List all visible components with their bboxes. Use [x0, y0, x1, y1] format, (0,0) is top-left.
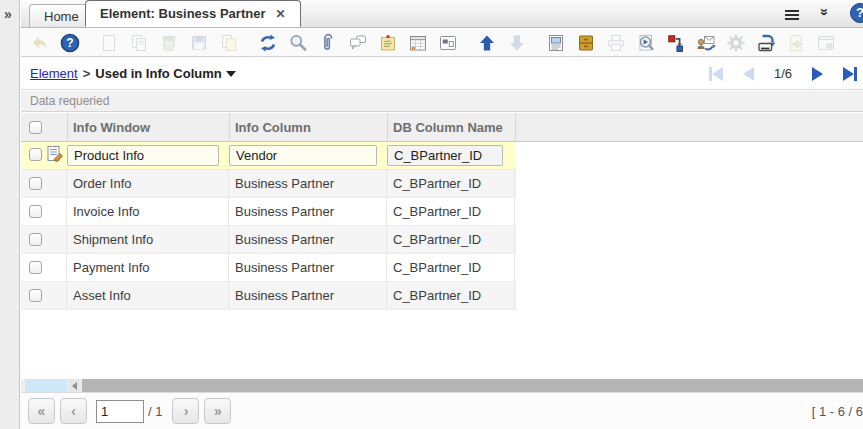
info-column-input[interactable]	[229, 145, 377, 166]
svg-text:?: ?	[66, 36, 73, 50]
workflow-icon[interactable]	[664, 31, 688, 55]
previous-record-icon	[743, 67, 754, 81]
cell-info-window: Invoice Info	[67, 198, 229, 225]
cell-info-column: Business Partner	[229, 198, 387, 225]
last-record-icon[interactable]	[843, 67, 857, 81]
cell-info-column: Business Partner	[229, 226, 387, 253]
breadcrumb: Element > Used in Info Column	[21, 66, 236, 81]
next-record-icon[interactable]	[812, 67, 823, 81]
column-header-info-column[interactable]: Info Column	[229, 120, 387, 135]
column-header-db-column-name[interactable]: DB Column Name	[387, 120, 515, 135]
scrollbar-thumb[interactable]	[82, 379, 863, 392]
status-bar: Data requeried	[21, 91, 863, 112]
breadcrumb-separator: >	[83, 66, 91, 81]
scroll-left-icon[interactable]	[68, 379, 81, 392]
next-page-button[interactable]: ›	[172, 398, 199, 424]
toolbar: ?	[21, 29, 863, 57]
undo-icon	[28, 31, 52, 55]
export-data-icon[interactable]	[754, 31, 778, 55]
page-number-input[interactable]	[96, 400, 144, 423]
cell-info-window: Shipment Info	[67, 226, 229, 253]
cell-info-column: Business Partner	[229, 170, 387, 197]
table-row-selected[interactable]	[21, 142, 516, 170]
tab-home-label: Home	[44, 9, 79, 24]
print-preview-icon[interactable]	[634, 31, 658, 55]
row-checkbox[interactable]	[29, 233, 42, 246]
previous-page-button[interactable]: ‹	[60, 398, 87, 424]
table-row[interactable]: Invoice Info Business Partner C_BPartner…	[21, 198, 516, 226]
expand-sidebar-icon[interactable]: »	[0, 0, 19, 22]
first-record-icon	[709, 67, 723, 81]
cell-db-column-name: C_BPartner_ID	[387, 254, 515, 281]
cell-info-column: Business Partner	[229, 282, 387, 309]
grid-form-toggle-icon[interactable]	[436, 31, 460, 55]
delete-record-icon	[157, 31, 181, 55]
save-icon	[187, 31, 211, 55]
file-import-icon	[784, 31, 808, 55]
cell-db-column-name: C_BPartner_ID	[387, 198, 515, 225]
row-checkbox[interactable]	[29, 289, 42, 302]
detail-record-icon	[505, 31, 529, 55]
chat-icon[interactable]	[346, 31, 370, 55]
select-all-checkbox[interactable]	[29, 121, 42, 134]
page-total-label: / 1	[148, 404, 162, 419]
row-checkbox[interactable]	[29, 205, 42, 218]
cell-info-column: Business Partner	[229, 254, 387, 281]
archive-icon[interactable]	[574, 31, 598, 55]
db-column-name-input[interactable]	[387, 145, 503, 166]
chevron-down-icon[interactable]: »	[817, 8, 833, 16]
close-tab-icon[interactable]: ✕	[275, 7, 285, 21]
breadcrumb-current[interactable]: Used in Info Column	[95, 66, 221, 81]
last-page-button[interactable]: »	[204, 398, 231, 424]
cell-db-column-name: C_BPartner_ID	[387, 226, 515, 253]
row-checkbox[interactable]	[29, 177, 42, 190]
status-text: Data requeried	[30, 94, 109, 108]
new-record-icon	[97, 31, 121, 55]
tab-home[interactable]: Home	[29, 4, 94, 27]
table-row[interactable]: Asset Info Business Partner C_BPartner_I…	[21, 282, 516, 310]
breadcrumb-parent-link[interactable]: Element	[30, 66, 78, 81]
tab-active-label: Element: Business Partner	[100, 6, 265, 21]
editing-indicator-icon	[46, 145, 67, 167]
table-body: Order Info Business Partner C_BPartner_I…	[21, 170, 516, 310]
sidebar-collapsed-rail: »	[0, 0, 20, 429]
cell-info-window: Asset Info	[67, 282, 229, 309]
parent-record-icon[interactable]	[475, 31, 499, 55]
report-icon[interactable]	[544, 31, 568, 55]
column-header-info-window[interactable]: Info Window	[67, 120, 229, 135]
info-window-input[interactable]	[67, 145, 219, 166]
breadcrumb-dropdown-icon[interactable]	[226, 71, 236, 77]
refresh-icon[interactable]	[256, 31, 280, 55]
table-row[interactable]: Payment Info Business Partner C_BPartner…	[21, 254, 516, 282]
cell-db-column-name: C_BPartner_ID	[387, 170, 515, 197]
request-icon[interactable]	[694, 31, 718, 55]
table-row[interactable]: Order Info Business Partner C_BPartner_I…	[21, 170, 516, 198]
attachment-icon[interactable]	[316, 31, 340, 55]
table-row[interactable]: Shipment Info Business Partner C_BPartne…	[21, 226, 516, 254]
note-icon[interactable]	[376, 31, 400, 55]
copy-record-icon	[127, 31, 151, 55]
application-window: » Home Element: Business Partner ✕ » ? ?	[0, 0, 863, 429]
scrollbar-frozen-segment	[25, 379, 67, 392]
print-icon	[604, 31, 628, 55]
breadcrumb-row: Element > Used in Info Column 1/6	[21, 58, 863, 90]
record-range-label: [ 1 - 6 / 6	[812, 404, 863, 419]
row-checkbox[interactable]	[29, 148, 42, 161]
tab-bar: Home Element: Business Partner ✕ » ?	[21, 0, 863, 28]
row-checkbox[interactable]	[29, 261, 42, 274]
cell-info-window: Payment Info	[67, 254, 229, 281]
paging-bar: « ‹ / 1 › » [ 1 - 6 / 6	[21, 392, 863, 429]
help-corner-icon[interactable]: ?	[850, 3, 863, 23]
save-create-icon	[217, 31, 241, 55]
first-page-button[interactable]: «	[28, 398, 55, 424]
help-icon[interactable]: ?	[58, 31, 82, 55]
record-navigation: 1/6	[689, 66, 863, 81]
process-gear-icon	[724, 31, 748, 55]
zoom-across-icon	[814, 31, 838, 55]
find-icon[interactable]	[286, 31, 310, 55]
calendar-icon[interactable]	[406, 31, 430, 55]
tab-element-business-partner[interactable]: Element: Business Partner ✕	[85, 0, 301, 27]
horizontal-scrollbar	[21, 379, 863, 392]
menu-icon[interactable]	[785, 10, 799, 20]
cell-info-window: Order Info	[67, 170, 229, 197]
